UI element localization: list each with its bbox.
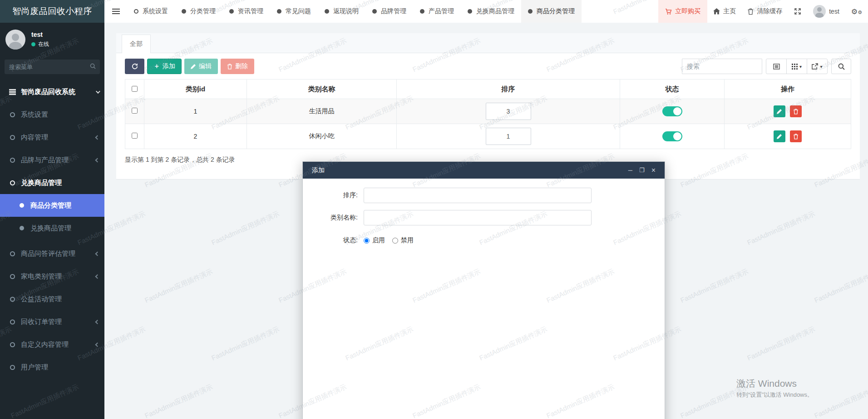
- home-icon: [713, 8, 720, 15]
- delete-button[interactable]: 删除: [221, 59, 254, 74]
- circle-filled-icon: [182, 9, 186, 14]
- sidebar-item-exchange-goods-mgmt[interactable]: 兑换商品管理: [0, 171, 104, 194]
- cell-name: 休闲小吃: [247, 124, 397, 149]
- refresh-button[interactable]: [125, 59, 144, 74]
- add-button[interactable]: ＋添加: [147, 59, 182, 74]
- select-all-checkbox[interactable]: [132, 86, 138, 92]
- buy-now-button[interactable]: 立即购买: [658, 0, 707, 23]
- cart-icon: [665, 8, 672, 15]
- chevron-left-icon: [95, 135, 100, 140]
- gears-icon[interactable]: ⚙⚙: [845, 0, 868, 23]
- radio-enabled[interactable]: [364, 238, 370, 244]
- minimize-icon[interactable]: ─: [628, 167, 632, 173]
- hamburger-icon[interactable]: [104, 0, 127, 23]
- search-icon[interactable]: [90, 63, 96, 69]
- dialog-titlebar[interactable]: 添加 ─ ❐ ×: [303, 162, 665, 179]
- tab-category-mgmt[interactable]: 分类管理: [175, 0, 222, 23]
- sort-input[interactable]: [486, 103, 531, 120]
- table-row: 1 生活用品: [125, 99, 851, 124]
- user-panel: test 在线: [0, 23, 104, 55]
- circle-open-icon: [7, 135, 18, 140]
- cell-id: 2: [144, 124, 247, 149]
- windows-activation-subtitle: 转到“设置”以激活 Windows。: [736, 391, 813, 399]
- tab-goods-category-mgmt[interactable]: 商品分类管理: [521, 0, 582, 23]
- search-icon: [838, 63, 845, 70]
- category-name-field[interactable]: [364, 210, 592, 225]
- category-name-field-label: 类别名称:: [303, 214, 364, 222]
- row-checkbox[interactable]: [132, 108, 138, 114]
- category-table: 类别id 类别名称 排序 状态 操作 1 生活用品: [125, 79, 851, 149]
- user-menu[interactable]: test: [807, 0, 845, 23]
- circle-filled-icon: [229, 9, 234, 14]
- radio-disabled[interactable]: [392, 238, 398, 244]
- maximize-icon[interactable]: ❐: [639, 167, 645, 173]
- columns-button[interactable]: ▾: [786, 59, 807, 74]
- circle-filled-icon: [528, 9, 533, 14]
- sidebar-item-custom-content-mgmt[interactable]: 自定义内容管理: [0, 333, 104, 356]
- row-edit-button[interactable]: [774, 130, 785, 142]
- row-edit-button[interactable]: [774, 105, 785, 117]
- tab-cashback-info[interactable]: 返现说明: [318, 0, 365, 23]
- tab-system-settings[interactable]: 系统设置: [127, 0, 175, 23]
- export-button[interactable]: ▾: [807, 59, 828, 74]
- table-tools: ▾ ▾: [766, 59, 828, 74]
- sidebar-search-input[interactable]: [5, 60, 100, 74]
- sidebar-item-goods-category-mgmt[interactable]: 商品分类管理: [0, 194, 104, 217]
- status-toggle-on[interactable]: [662, 106, 682, 116]
- sidebar-item-system-root[interactable]: 智尚废品回收系统: [0, 80, 104, 103]
- caret-down-icon: ▾: [820, 64, 822, 69]
- circle-open-icon: [134, 9, 138, 14]
- radio-disabled-label[interactable]: 禁用: [401, 236, 414, 244]
- sidebar-item-recycle-order-mgmt[interactable]: 回收订单管理: [0, 310, 104, 333]
- edit-button[interactable]: 编辑: [184, 59, 218, 74]
- tab-exchange-goods-mgmt[interactable]: 兑换商品管理: [461, 0, 521, 23]
- circle-open-icon: [7, 319, 18, 324]
- col-header-sort: 排序: [397, 80, 620, 99]
- circle-open-icon: [7, 365, 18, 370]
- windows-activation-title: 激活 Windows: [736, 377, 797, 390]
- sidebar-item-appliance-category-mgmt[interactable]: 家电类别管理: [0, 265, 104, 288]
- search-toggle-button[interactable]: [831, 59, 851, 74]
- col-header-status: 状态: [620, 80, 725, 99]
- sort-input[interactable]: [486, 128, 531, 145]
- fullscreen-button[interactable]: [788, 0, 807, 23]
- close-icon[interactable]: ×: [651, 167, 656, 174]
- sidebar-item-exchange-goods-sub[interactable]: 兑换商品管理: [0, 217, 104, 239]
- sidebar-item-content-mgmt[interactable]: 内容管理: [0, 126, 104, 149]
- sidebar: 智尚废品回收小程序 test 在线 智尚废品回收系统 系统设置: [0, 0, 104, 419]
- table-row: 2 休闲小吃: [125, 124, 851, 149]
- table-search-input[interactable]: [682, 59, 762, 74]
- status-toggle-on[interactable]: [662, 131, 682, 141]
- radio-enabled-label[interactable]: 启用: [372, 236, 385, 244]
- home-button[interactable]: 主页: [707, 0, 742, 23]
- tab-faq[interactable]: 常见问题: [270, 0, 318, 23]
- tab-news-mgmt[interactable]: 资讯管理: [222, 0, 270, 23]
- clear-cache-button[interactable]: 清除缓存: [742, 0, 788, 23]
- circle-filled-icon: [16, 203, 27, 208]
- sidebar-item-charity-activity-mgmt[interactable]: 公益活动管理: [0, 288, 104, 310]
- sidebar-item-user-mgmt[interactable]: 用户管理: [0, 356, 104, 379]
- sidebar-item-qa-evaluation-mgmt[interactable]: 商品问答评估管理: [0, 242, 104, 265]
- sort-field[interactable]: [364, 188, 592, 203]
- row-delete-button[interactable]: [790, 130, 802, 142]
- row-delete-button[interactable]: [790, 105, 802, 117]
- circle-open-icon: [7, 251, 18, 256]
- export-icon: [812, 63, 818, 70]
- row-checkbox[interactable]: [132, 133, 138, 139]
- chevron-left-icon: [95, 342, 100, 347]
- tab-brand-mgmt[interactable]: 品牌管理: [365, 0, 413, 23]
- tab-all[interactable]: 全部: [122, 35, 151, 53]
- chevron-down-icon: [96, 89, 100, 94]
- tab-product-mgmt[interactable]: 产品管理: [413, 0, 461, 23]
- add-dialog: 添加 ─ ❐ × 排序: 类别名称: 状态: 启用 禁用 确定: [302, 161, 665, 419]
- dialog-title: 添加: [312, 166, 325, 175]
- circle-filled-icon: [372, 9, 377, 14]
- sidebar-item-system-settings[interactable]: 系统设置: [0, 103, 104, 126]
- toolbar: ＋添加 编辑 删除 ▾: [125, 59, 851, 74]
- sidebar-item-brand-product-mgmt[interactable]: 品牌与产品管理: [0, 149, 104, 171]
- columns-grid-icon: [792, 64, 798, 70]
- refresh-icon: [132, 63, 138, 70]
- detail-view-button[interactable]: [766, 59, 787, 74]
- detail-view-icon: [773, 64, 780, 70]
- cell-name: 生活用品: [247, 99, 397, 124]
